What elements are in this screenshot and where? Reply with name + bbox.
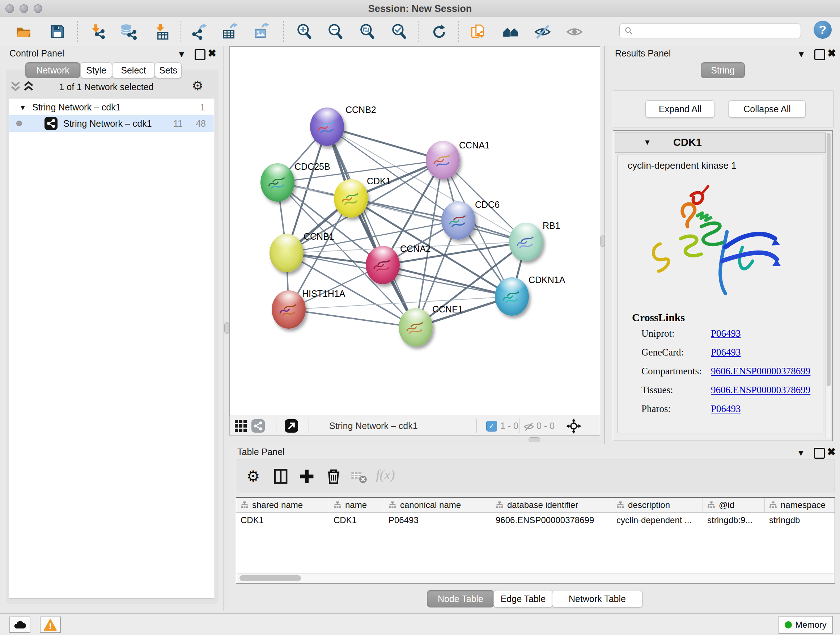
export-table-icon[interactable] xyxy=(222,23,239,40)
crosslink-link[interactable]: P06493 xyxy=(711,328,741,339)
network-edge[interactable] xyxy=(289,310,416,327)
results-scrollbar[interactable] xyxy=(826,132,831,439)
cloud-icon xyxy=(13,619,27,630)
first-neighbors-icon[interactable] xyxy=(502,23,519,40)
import-network-from-database-icon[interactable] xyxy=(119,23,137,40)
show-columns-icon[interactable] xyxy=(272,468,289,485)
panel-menu-icon[interactable]: ▼ xyxy=(797,49,806,60)
import-network-icon[interactable] xyxy=(88,23,106,40)
column-header-@id[interactable]: @id xyxy=(703,498,765,512)
cloud-status-button[interactable] xyxy=(9,616,30,633)
refresh-icon[interactable] xyxy=(430,23,447,40)
panel-menu-icon[interactable]: ▼ xyxy=(177,49,186,60)
panel-float-icon[interactable] xyxy=(814,49,825,60)
table-options-gear-icon[interactable]: ⚙ xyxy=(246,468,263,485)
table-row[interactable]: CDK1CDK1P064939606.ENSP00000378699cyclin… xyxy=(236,513,835,528)
network-node-RB1[interactable] xyxy=(509,223,543,261)
zoom-fit-icon[interactable] xyxy=(358,23,376,40)
column-header-namespace[interactable]: namespace xyxy=(765,498,834,512)
save-session-icon[interactable] xyxy=(49,23,66,40)
search-input[interactable] xyxy=(636,25,797,36)
network-style-icon[interactable] xyxy=(251,419,265,432)
tab-select[interactable]: Select xyxy=(112,62,155,78)
panel-close-icon[interactable]: ✖ xyxy=(208,48,216,59)
column-header-shared-name[interactable]: shared name xyxy=(236,498,329,512)
tab-network[interactable]: Network xyxy=(25,62,80,78)
crosshair-icon[interactable] xyxy=(566,418,581,435)
open-session-panel-icon[interactable] xyxy=(470,23,487,40)
network-node-CDK1[interactable] xyxy=(334,179,368,218)
network-node-HIST1H1A[interactable] xyxy=(272,290,306,329)
table-horizontal-scrollbar[interactable] xyxy=(237,573,834,583)
network-node-CDKN1A[interactable] xyxy=(495,277,529,316)
create-column-plus-icon[interactable] xyxy=(298,468,315,485)
tab-style[interactable]: Style xyxy=(80,62,112,78)
crosslink-link[interactable]: 9606.ENSP00000378699 xyxy=(711,385,810,396)
node-label: CDK1 xyxy=(367,176,391,187)
column-header-description[interactable]: description xyxy=(612,498,703,512)
left-splitter-handle[interactable] xyxy=(224,322,229,334)
network-node-CCNE1[interactable] xyxy=(399,308,433,347)
entry-name: CDK1 xyxy=(673,136,702,149)
open-in-new-window-icon[interactable] xyxy=(285,419,298,432)
tab-sets[interactable]: Sets xyxy=(155,62,182,78)
open-session-icon[interactable] xyxy=(15,23,32,40)
entry-collapse-icon[interactable]: ▼ xyxy=(644,138,651,147)
crosslink-label: Compartments: xyxy=(641,366,701,377)
expand-all-button[interactable]: Expand All xyxy=(645,100,715,118)
column-header-database-identifier[interactable]: database identifier xyxy=(491,498,612,512)
import-table-icon[interactable] xyxy=(153,23,170,40)
export-image-icon[interactable] xyxy=(253,23,271,40)
tab-node-table[interactable]: Node Table xyxy=(427,590,494,608)
crosslink-link[interactable]: P06493 xyxy=(711,347,741,358)
panel-float-icon[interactable] xyxy=(195,49,205,60)
warning-status-button[interactable] xyxy=(40,616,61,633)
export-network-icon[interactable] xyxy=(190,23,208,40)
node-label: CDKN1A xyxy=(529,275,565,285)
node-label: RB1 xyxy=(543,220,561,231)
network-options-gear-icon[interactable]: ⚙ xyxy=(192,78,203,93)
delete-column-trash-icon[interactable] xyxy=(325,468,342,485)
network-node-CCNA2[interactable] xyxy=(366,246,400,284)
column-header-canonical-name[interactable]: canonical name xyxy=(384,498,491,512)
show-all-eye-icon[interactable] xyxy=(566,23,583,40)
panel-close-icon[interactable]: ✖ xyxy=(827,48,836,59)
panel-float-icon[interactable] xyxy=(814,448,825,459)
birds-eye-view-icon[interactable] xyxy=(235,420,247,434)
zoom-out-icon[interactable] xyxy=(326,23,344,40)
hide-selection-eye-slash-icon[interactable] xyxy=(534,23,551,40)
zoom-selected-icon[interactable] xyxy=(390,23,407,40)
zoom-in-icon[interactable] xyxy=(295,23,313,40)
protein-scribble-icon xyxy=(265,173,289,194)
network-node-CDC6[interactable] xyxy=(441,201,475,240)
tab-string[interactable]: String xyxy=(701,62,745,78)
search-field[interactable] xyxy=(619,23,801,38)
tab-edge-table[interactable]: Edge Table xyxy=(493,590,553,608)
network-node-CCNB1[interactable] xyxy=(270,234,303,272)
panel-close-icon[interactable]: ✖ xyxy=(827,447,836,457)
crosslink-link[interactable]: P06493 xyxy=(711,403,741,415)
delete-table-icon[interactable] xyxy=(351,468,367,485)
crosslink-link[interactable]: 9606.ENSP00000378699 xyxy=(711,366,810,377)
collapse-all-button[interactable]: Collapse All xyxy=(729,100,806,118)
entry-header[interactable]: ▼ CDK1 xyxy=(615,133,826,153)
help-button[interactable]: ? xyxy=(813,21,832,39)
column-header-name[interactable]: name xyxy=(329,498,384,512)
function-builder-fx-icon[interactable]: f(x) xyxy=(376,467,395,483)
tab-network-table[interactable]: Network Table xyxy=(552,590,643,608)
network-view-title: String Network – cdk1 xyxy=(329,421,418,431)
network-node-CCNB2[interactable] xyxy=(310,108,344,146)
network-row-selected[interactable]: String Network – cdk1 11 48 xyxy=(9,115,214,132)
bottom-splitter-handle[interactable] xyxy=(529,437,540,442)
selected-checkbox-icon[interactable]: ✓ xyxy=(486,421,497,432)
network-collection-row[interactable]: ▼ String Network – cdk1 1 xyxy=(9,99,214,115)
network-canvas[interactable]: CCNB2CCNA1CDC25BCDK1CDC6RB1CCNB1CCNA2CDK… xyxy=(229,46,600,416)
memory-button[interactable]: Memory xyxy=(778,616,833,634)
network-edge[interactable] xyxy=(327,127,443,160)
control-panel: Control Panel ▼ ✖ Network Style Select S… xyxy=(0,46,224,611)
panel-menu-icon[interactable]: ▼ xyxy=(797,448,805,458)
collection-expand-icon[interactable]: ▼ xyxy=(19,103,27,112)
network-node-CCNA1[interactable] xyxy=(426,141,460,179)
network-node-CDC25B[interactable] xyxy=(261,163,294,202)
warning-icon xyxy=(43,619,57,631)
